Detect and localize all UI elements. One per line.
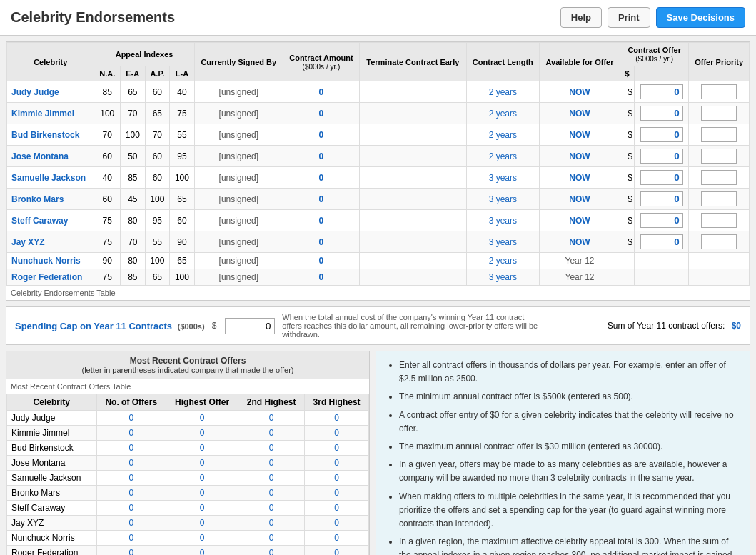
- offer-priority[interactable]: [689, 124, 750, 146]
- contract-amount: 0: [283, 231, 359, 253]
- rt-celebrity: Bud Birkenstock: [7, 441, 97, 456]
- col-la: L-A: [170, 66, 195, 81]
- rt-second: 0: [238, 546, 305, 556]
- offer-priority[interactable]: [689, 167, 750, 189]
- save-decisions-button[interactable]: Save Decisions: [656, 7, 745, 28]
- priority-input[interactable]: [701, 170, 737, 185]
- priority-input[interactable]: [701, 149, 737, 164]
- na-value: 75: [94, 210, 121, 231]
- la-value: 65: [170, 253, 195, 269]
- signed-by: [unsigned]: [194, 81, 283, 103]
- offer-priority[interactable]: [689, 189, 750, 210]
- celebrity-name: Roger Federation: [7, 269, 94, 286]
- celebrity-name: Samuelle Jackson: [7, 167, 94, 189]
- rt-num: 0: [96, 411, 166, 426]
- offer-input[interactable]: [640, 170, 683, 185]
- col-celebrity: Celebrity: [7, 43, 94, 81]
- offer-priority[interactable]: [689, 210, 750, 231]
- rt-second: 0: [238, 411, 305, 426]
- main-content: Celebrity Appeal Indexes Currently Signe…: [0, 36, 756, 555]
- spending-cap-section: Spending Cap on Year 11 Contracts ($000s…: [6, 306, 750, 345]
- contract-amount: 0: [283, 167, 359, 189]
- col-avail: Available for Offer: [540, 43, 620, 81]
- list-item: Steff Caraway 0 0 0 0: [7, 501, 369, 516]
- na-value: 70: [94, 124, 121, 146]
- offer-cell[interactable]: [634, 189, 688, 210]
- recent-offers-title: Most Recent Contract Offers (letter in p…: [6, 351, 369, 379]
- sum-value: $0: [732, 321, 741, 331]
- offer-input[interactable]: [640, 127, 683, 142]
- recent-offers-table: Celebrity No. of Offers Highest Offer 2n…: [6, 394, 369, 555]
- priority-input[interactable]: [701, 191, 737, 206]
- offer-input[interactable]: [640, 191, 683, 206]
- offer-dollar: $: [620, 189, 634, 210]
- celebrity-name: Jay XYZ: [7, 231, 94, 253]
- instruction-item: A contract offer entry of $0 for a given…: [399, 409, 740, 436]
- col-dollar: $: [620, 66, 634, 81]
- rt-highest: 0: [166, 456, 238, 471]
- offer-cell[interactable]: [634, 124, 688, 146]
- na-value: 100: [94, 103, 121, 124]
- la-value: 100: [170, 269, 195, 286]
- offer-input[interactable]: [640, 84, 683, 99]
- priority-input[interactable]: [701, 213, 737, 228]
- ap-value: 65: [145, 103, 170, 124]
- help-button[interactable]: Help: [560, 7, 602, 28]
- rt-third: 0: [305, 486, 369, 501]
- celebrity-name: Bud Birkenstock: [7, 124, 94, 146]
- offer-input[interactable]: [640, 149, 683, 164]
- print-button[interactable]: Print: [608, 7, 650, 28]
- offer-cell[interactable]: [634, 146, 688, 167]
- rt-col-third: 3rd Highest: [305, 394, 369, 411]
- offer-dollar: $: [620, 124, 634, 146]
- list-item: Jose Montana 0 0 0 0: [7, 456, 369, 471]
- offer-input[interactable]: [640, 213, 683, 228]
- celebrity-name: Steff Caraway: [7, 210, 94, 231]
- rt-highest: 0: [166, 501, 238, 516]
- ap-value: 100: [145, 253, 170, 269]
- ea-value: 50: [121, 146, 146, 167]
- ap-value: 70: [145, 124, 170, 146]
- celebrity-name: Kimmie Jimmel: [7, 103, 94, 124]
- priority-input[interactable]: [701, 234, 737, 249]
- list-item: Kimmie Jimmel 0 0 0 0: [7, 426, 369, 441]
- list-item: Bronko Mars 0 0 0 0: [7, 486, 369, 501]
- rt-num: 0: [96, 426, 166, 441]
- offer-dollar: $: [620, 146, 634, 167]
- avail-for-offer: NOW: [540, 189, 620, 210]
- col-priority: Offer Priority: [689, 43, 750, 81]
- rt-second: 0: [238, 516, 305, 531]
- rt-third: 0: [305, 456, 369, 471]
- offer-cell[interactable]: [634, 167, 688, 189]
- terminate-early: [360, 81, 467, 103]
- rt-num: 0: [96, 546, 166, 556]
- offer-priority[interactable]: [689, 81, 750, 103]
- offer-priority[interactable]: [689, 146, 750, 167]
- offer-cell[interactable]: [634, 81, 688, 103]
- priority-input[interactable]: [701, 106, 737, 121]
- list-item: Nunchuck Norris 0 0 0 0: [7, 531, 369, 546]
- ea-value: 65: [121, 81, 146, 103]
- ap-value: 60: [145, 81, 170, 103]
- offer-priority[interactable]: [689, 103, 750, 124]
- offer-priority[interactable]: [689, 231, 750, 253]
- terminate-early: [360, 253, 467, 269]
- offer-input[interactable]: [640, 234, 683, 249]
- priority-input[interactable]: [701, 84, 737, 99]
- offer-cell[interactable]: [634, 231, 688, 253]
- contract-length: 2 years: [466, 146, 539, 167]
- la-value: 75: [170, 103, 195, 124]
- offer-cell[interactable]: [634, 103, 688, 124]
- table-row: Steff Caraway 75 80 95 60 [unsigned] 0 3…: [7, 210, 750, 231]
- spending-cap-input[interactable]: [225, 318, 275, 334]
- contract-length: 2 years: [466, 103, 539, 124]
- offer-cell[interactable]: [634, 210, 688, 231]
- signed-by: [unsigned]: [194, 210, 283, 231]
- ap-value: 65: [145, 269, 170, 286]
- col-appeal-indexes: Appeal Indexes: [94, 43, 194, 66]
- terminate-early: [360, 210, 467, 231]
- ea-value: 80: [121, 253, 146, 269]
- offer-input[interactable]: [640, 106, 683, 121]
- priority-input[interactable]: [701, 127, 737, 142]
- signed-by: [unsigned]: [194, 231, 283, 253]
